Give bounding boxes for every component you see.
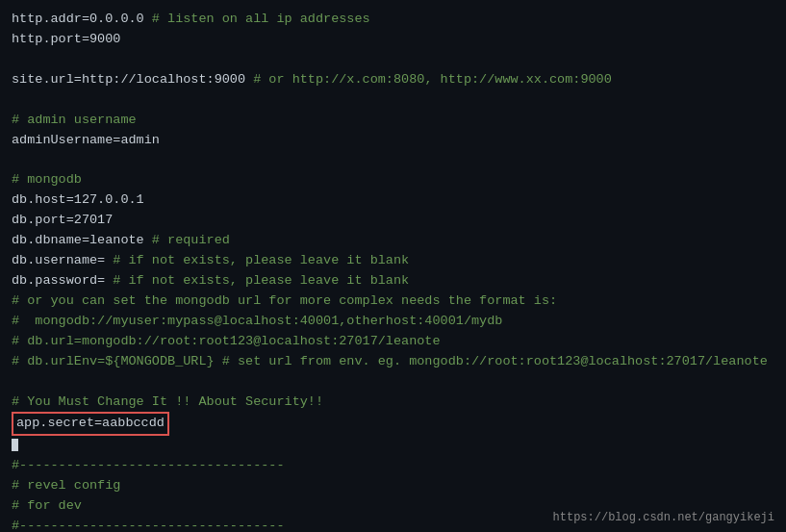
code-line <box>12 50 774 70</box>
code-line <box>12 372 774 393</box>
code-line <box>12 90 774 111</box>
code-line <box>12 150 774 170</box>
code-line: db.dbname=leanote # required <box>12 231 774 251</box>
code-line: # mongodb <box>12 170 774 190</box>
code-line: site.url=http://localhost:9000 # or http… <box>12 70 774 90</box>
code-line: db.port=27017 <box>12 211 774 231</box>
watermark: https://blog.csdn.net/gangyikeji <box>553 511 774 524</box>
code-line: http.addr=0.0.0.0 # listen on all ip add… <box>12 10 774 30</box>
code-line: http.port=9000 <box>12 30 774 50</box>
code-line: db.password= # if not exists, please lea… <box>12 271 774 291</box>
code-line: # You Must Change It !! About Security!! <box>12 393 774 413</box>
code-line: # or you can set the mongodb url for mor… <box>12 291 774 312</box>
code-line: #---------------------------------- <box>12 456 774 476</box>
code-line: # mongodb://myuser:mypass@localhost:4000… <box>12 312 774 332</box>
editor-container: http.addr=0.0.0.0 # listen on all ip add… <box>0 0 786 532</box>
code-line: # db.urlEnv=${MONGODB_URL} # set url fro… <box>12 352 774 372</box>
code-line <box>12 436 774 456</box>
code-line: # db.url=mongodb://root:root123@localhos… <box>12 332 774 352</box>
code-line: adminUsername=admin <box>12 131 774 151</box>
code-line: db.host=127.0.0.1 <box>12 190 774 211</box>
code-line: app.secret=aabbccdd <box>12 412 774 436</box>
code-line: db.username= # if not exists, please lea… <box>12 251 774 271</box>
code-line: # admin username <box>12 111 774 131</box>
code-content: http.addr=0.0.0.0 # listen on all ip add… <box>12 10 774 532</box>
code-line: # revel config <box>12 476 774 496</box>
